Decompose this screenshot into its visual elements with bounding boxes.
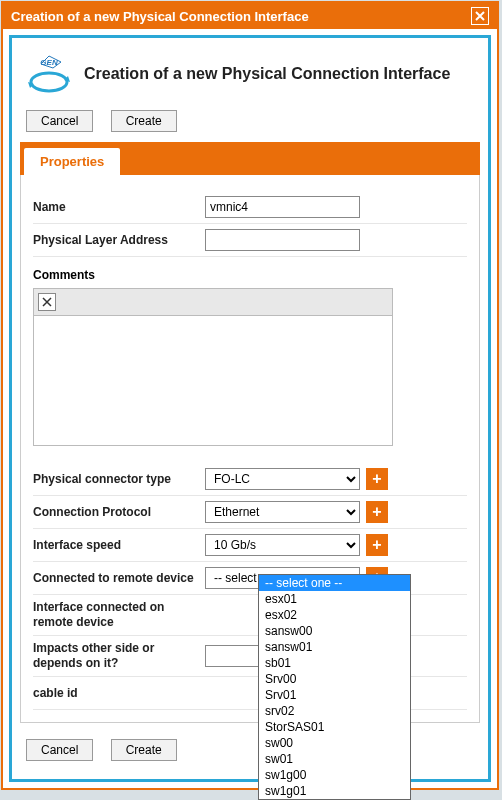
- connector-label: Physical connector type: [33, 472, 205, 487]
- dropdown-option[interactable]: sw1g00: [259, 767, 410, 783]
- speed-add-button[interactable]: +: [366, 534, 388, 556]
- button-row-top: Cancel Create: [26, 110, 480, 132]
- connector-select[interactable]: FO-LC: [205, 468, 360, 490]
- speed-label: Interface speed: [33, 538, 205, 553]
- dropdown-option[interactable]: sansw00: [259, 623, 410, 639]
- gen-icon: GEN: [26, 54, 72, 94]
- pla-label: Physical Layer Address: [33, 233, 205, 248]
- header: GEN Creation of a new Physical Connectio…: [26, 54, 476, 94]
- remote-device-dropdown[interactable]: -- select one --esx01esx02sansw00sansw01…: [258, 574, 411, 800]
- svg-text:GEN: GEN: [40, 58, 58, 67]
- page-title: Creation of a new Physical Connection In…: [84, 65, 450, 83]
- row-name: Name: [33, 191, 467, 224]
- inner-panel: GEN Creation of a new Physical Connectio…: [9, 35, 491, 782]
- comments-label: Comments: [33, 268, 467, 282]
- dropdown-option[interactable]: sb01: [259, 655, 410, 671]
- connector-add-button[interactable]: +: [366, 468, 388, 490]
- tab-content: Name Physical Layer Address Comments: [20, 175, 480, 723]
- dropdown-option[interactable]: sw1g01: [259, 783, 410, 799]
- impacts-label: Impacts other side or depends on it?: [33, 641, 205, 671]
- dropdown-option[interactable]: Srv01: [259, 687, 410, 703]
- dialog: Creation of a new Physical Connection In…: [1, 1, 499, 790]
- rte-toolbar: [33, 288, 393, 316]
- speed-select[interactable]: 10 Gb/s: [205, 534, 360, 556]
- dropdown-option[interactable]: srv02: [259, 703, 410, 719]
- rte-clear-icon[interactable]: [38, 293, 56, 311]
- tab-bar: Properties: [20, 142, 480, 175]
- row-pla: Physical Layer Address: [33, 224, 467, 257]
- row-protocol: Connection Protocol Ethernet +: [33, 496, 467, 529]
- dropdown-option[interactable]: sansw01: [259, 639, 410, 655]
- tab-properties[interactable]: Properties: [24, 148, 120, 175]
- dialog-titlebar: Creation of a new Physical Connection In…: [3, 3, 497, 29]
- remote-device-label: Connected to remote device: [33, 571, 205, 586]
- dialog-title-text: Creation of a new Physical Connection In…: [11, 9, 309, 24]
- dialog-body: GEN Creation of a new Physical Connectio…: [3, 29, 497, 788]
- dropdown-option[interactable]: sw01: [259, 751, 410, 767]
- protocol-label: Connection Protocol: [33, 505, 205, 520]
- create-button[interactable]: Create: [111, 110, 177, 132]
- cancel-button[interactable]: Cancel: [26, 110, 93, 132]
- dropdown-option[interactable]: esx01: [259, 591, 410, 607]
- protocol-select[interactable]: Ethernet: [205, 501, 360, 523]
- cancel-button-bottom[interactable]: Cancel: [26, 739, 93, 761]
- dropdown-option[interactable]: sw00: [259, 735, 410, 751]
- protocol-add-button[interactable]: +: [366, 501, 388, 523]
- svg-point-0: [31, 73, 67, 91]
- name-input[interactable]: [205, 196, 360, 218]
- cable-label: cable id: [33, 686, 205, 701]
- dropdown-option[interactable]: StorSAS01: [259, 719, 410, 735]
- dropdown-option[interactable]: -- select one --: [259, 575, 410, 591]
- row-comments: Comments: [33, 257, 467, 451]
- row-speed: Interface speed 10 Gb/s +: [33, 529, 467, 562]
- create-button-bottom[interactable]: Create: [111, 739, 177, 761]
- comments-textarea[interactable]: [33, 316, 393, 446]
- pla-input[interactable]: [205, 229, 360, 251]
- name-label: Name: [33, 200, 205, 215]
- dropdown-option[interactable]: Srv00: [259, 671, 410, 687]
- close-icon[interactable]: [471, 7, 489, 25]
- button-row-bottom: Cancel Create: [26, 739, 480, 761]
- dropdown-option[interactable]: esx02: [259, 607, 410, 623]
- row-connector: Physical connector type FO-LC +: [33, 463, 467, 496]
- remote-interface-label: Interface connected on remote device: [33, 600, 205, 630]
